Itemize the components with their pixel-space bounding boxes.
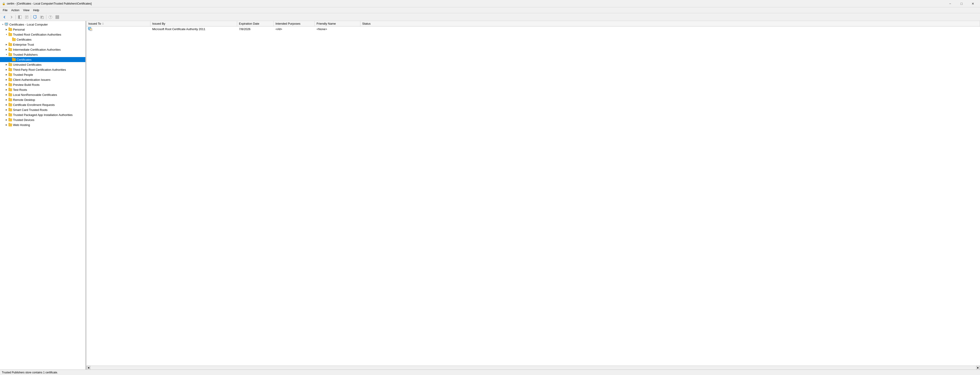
folder-icon-untrusted [8, 63, 12, 67]
folder-icon-trusted-people [8, 73, 12, 76]
col-header-purposes-label: Intended Purposes [275, 22, 300, 25]
view-button[interactable] [54, 14, 60, 20]
title-bar-left: 🔒 certlm - [Certificates - Local Compute… [2, 2, 92, 5]
tree-item-enterprise[interactable]: ▶ Enterprise Trust [0, 42, 85, 47]
menu-view[interactable]: View [21, 8, 31, 13]
tree-expander-trusted-packaged[interactable]: ▶ [5, 113, 8, 117]
tree-expander-client-auth[interactable]: ▶ [5, 78, 8, 81]
menu-help[interactable]: Help [31, 8, 41, 13]
svg-rect-21 [5, 23, 8, 25]
scroll-right-arrow[interactable]: ▶ [976, 366, 980, 370]
folder-icon-enterprise [8, 43, 12, 46]
tree-expander-root[interactable]: ▾ [1, 22, 5, 26]
scroll-track[interactable] [91, 366, 976, 370]
tree-label-personal: Personal [13, 28, 25, 31]
menu-file[interactable]: File [1, 8, 10, 13]
list-row[interactable]: Microsoft Root Certificate Authority 201… [86, 27, 980, 32]
menu-action[interactable]: Action [10, 8, 21, 13]
folder-icon-smart-card [8, 108, 12, 111]
tree-label-trusted-packaged: Trusted Packaged App Installation Author… [13, 113, 73, 117]
tree-expander-trusted-root[interactable]: ▾ [5, 33, 8, 36]
folder-icon-trusted-pub-certs [12, 58, 16, 61]
tree-item-trusted-root-certs[interactable]: ▶ Certificates [0, 37, 85, 42]
tree-item-third-party[interactable]: ▶ Third-Party Root Certification Authori… [0, 67, 85, 72]
folder-icon-remote-desktop [8, 98, 12, 102]
tree-item-remote-desktop[interactable]: ▶ Remote Desktop [0, 97, 85, 102]
tree-expander-web-hosting[interactable]: ▶ [5, 123, 8, 127]
tree-item-trusted-publishers[interactable]: ▾ Trusted Publishers [0, 52, 85, 57]
col-header-issued-to-label: Issued To [88, 22, 101, 25]
tree-label-trusted-publishers: Trusted Publishers [13, 53, 38, 56]
tree-item-root[interactable]: ▾ Certificates - Local Computer [0, 22, 85, 27]
tree-label-enterprise: Enterprise Trust [13, 43, 34, 46]
col-header-friendly-name[interactable]: Friendly Name [315, 21, 360, 26]
tree-expander-third-party[interactable]: ▶ [5, 68, 8, 72]
tree-item-client-auth[interactable]: ▶ Client Authentication Issuers [0, 77, 85, 82]
horizontal-scrollbar[interactable]: ◀ ▶ [86, 365, 980, 370]
maximize-button[interactable]: □ [956, 0, 967, 7]
tree-item-test-roots[interactable]: ▶ Test Roots [0, 87, 85, 92]
tree-item-trusted-devices[interactable]: ▶ Trusted Devices [0, 117, 85, 122]
folder-icon-personal [8, 28, 12, 31]
tree-expander-smart-card[interactable]: ▶ [5, 108, 8, 111]
cert-icon-cell [86, 27, 150, 31]
svg-rect-19 [57, 17, 59, 19]
col-header-issued-to[interactable]: Issued To [86, 21, 150, 26]
tree-expander-untrusted[interactable]: ▶ [5, 63, 8, 67]
tree-item-personal[interactable]: ▶ Personal [0, 27, 85, 32]
scroll-left-arrow[interactable]: ◀ [86, 366, 91, 370]
folder-icon-trusted-publishers [8, 53, 12, 56]
tree-expander-trusted-people[interactable]: ▶ [5, 73, 8, 76]
title-bar-controls: − □ ✕ [945, 0, 978, 7]
tree-expander-intermediate[interactable]: ▶ [5, 48, 8, 51]
folder-icon-trusted-root [8, 33, 12, 36]
tree-item-web-hosting[interactable]: ▶ Web Hosting [0, 122, 85, 127]
tree-expander-trusted-publishers[interactable]: ▾ [5, 53, 8, 56]
tree-item-trusted-root[interactable]: ▾ Trusted Root Certification Authorities [0, 32, 85, 37]
tree-item-preview-build[interactable]: ▶ Preview Build Roots [0, 82, 85, 87]
list-cell-issued-by: Microsoft Root Certificate Authority 201… [150, 27, 237, 31]
col-header-expiration-label: Expiration Date [239, 22, 259, 25]
show-hide-button[interactable] [17, 14, 23, 20]
tree-expander-test-roots[interactable]: ▶ [5, 88, 8, 92]
back-button[interactable] [2, 14, 8, 20]
tree-item-untrusted[interactable]: ▶ Untrusted Certificates [0, 62, 85, 67]
help-button[interactable]: ? [47, 14, 54, 20]
tree-expander-preview-build[interactable]: ▶ [5, 83, 8, 86]
app-icon: 🔒 [2, 2, 5, 5]
list-cell-expiration: 7/8/2026 [237, 27, 274, 31]
svg-rect-23 [5, 25, 8, 25]
tree-item-trusted-people[interactable]: ▶ Trusted People [0, 72, 85, 77]
tree-expander-cert-enrollment[interactable]: ▶ [5, 103, 8, 106]
tree-expander-local-nonremovable[interactable]: ▶ [5, 93, 8, 97]
col-header-purposes[interactable]: Intended Purposes [274, 21, 315, 26]
tree-expander-personal[interactable]: ▶ [5, 28, 8, 31]
tree-item-trusted-packaged[interactable]: ▶ Trusted Packaged App Installation Auth… [0, 112, 85, 117]
list-cell-purposes: <All> [274, 27, 315, 31]
list-content[interactable]: Microsoft Root Certificate Authority 201… [86, 27, 980, 365]
folder-icon-preview-build [8, 83, 12, 86]
col-header-issued-by-label: Issued By [152, 22, 165, 25]
close-button[interactable]: ✕ [968, 0, 978, 7]
tree-expander-enterprise[interactable]: ▶ [5, 43, 8, 46]
folder-icon-cert-enrollment [8, 103, 12, 106]
col-header-expiration[interactable]: Expiration Date [237, 21, 274, 26]
properties-button[interactable] [24, 14, 30, 20]
col-header-issued-by[interactable]: Issued By [150, 21, 237, 26]
tree-expander-trusted-devices[interactable]: ▶ [5, 118, 8, 122]
tree-item-trusted-publishers-certs[interactable]: ▶ Certificates [0, 57, 85, 62]
minimize-button[interactable]: − [945, 0, 955, 7]
tree-item-intermediate[interactable]: ▶ Intermediate Certification Authorities [0, 47, 85, 52]
tree-item-cert-enrollment[interactable]: ▶ Certificate Enrollment Requests [0, 102, 85, 107]
forward-button[interactable] [8, 14, 14, 20]
col-header-status[interactable]: Status [360, 21, 980, 26]
tree-label-test-roots: Test Roots [13, 88, 27, 92]
folder-icon-trusted-root-certs [12, 38, 16, 41]
refresh-button[interactable] [32, 14, 38, 20]
tree-item-smart-card[interactable]: ▶ Smart Card Trusted Roots [0, 107, 85, 112]
export-button[interactable] [39, 14, 45, 20]
tree-item-local-nonremovable[interactable]: ▶ Local NonRemovable Certificates [0, 92, 85, 97]
tree-expander-remote-desktop[interactable]: ▶ [5, 98, 8, 102]
left-pane[interactable]: ▾ Certificates - Local Computer ▶ [0, 21, 86, 370]
folder-icon-web-hosting [8, 123, 12, 127]
